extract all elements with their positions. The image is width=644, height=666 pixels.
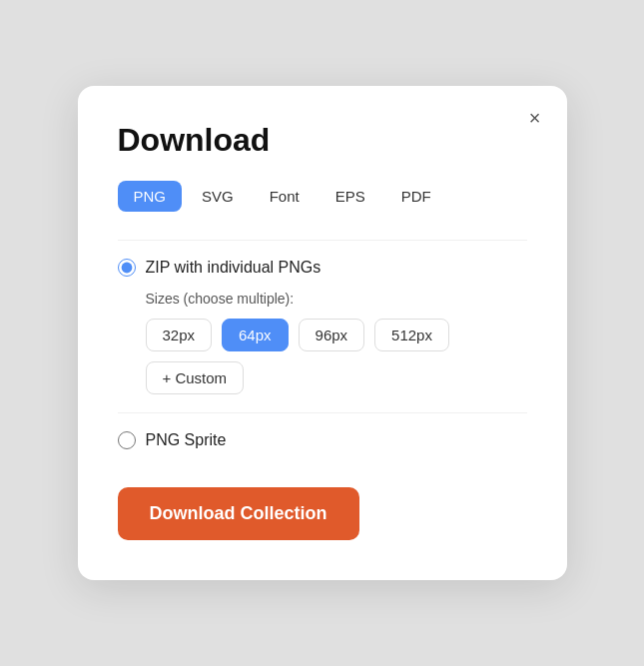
size-btn-64px[interactable]: 64px	[222, 319, 289, 351]
download-collection-button[interactable]: Download Collection	[118, 487, 359, 540]
zip-section: ZIP with individual PNGs Sizes (choose m…	[118, 240, 527, 412]
zip-option-row: ZIP with individual PNGs	[118, 259, 527, 277]
zip-radio[interactable]	[118, 259, 136, 277]
tab-pdf[interactable]: PDF	[385, 181, 447, 212]
format-tabs: PNG SVG Font EPS PDF	[118, 181, 527, 212]
size-btn-32px[interactable]: 32px	[146, 319, 213, 351]
tab-font[interactable]: Font	[254, 181, 316, 212]
tab-svg[interactable]: SVG	[186, 181, 250, 212]
size-btn-96px[interactable]: 96px	[299, 319, 365, 351]
size-btn-512px[interactable]: 512px	[374, 319, 449, 351]
tab-png[interactable]: PNG	[118, 181, 183, 212]
modal-title: Download	[118, 122, 527, 159]
download-modal: × Download PNG SVG Font EPS PDF ZIP with…	[78, 86, 567, 580]
tab-eps[interactable]: EPS	[320, 181, 381, 212]
sprite-option-label: PNG Sprite	[146, 431, 227, 449]
close-icon: ×	[529, 107, 541, 129]
sprite-option-row: PNG Sprite	[118, 431, 527, 449]
sizes-label: Sizes (choose multiple):	[146, 291, 527, 307]
zip-option-label: ZIP with individual PNGs	[146, 259, 322, 277]
custom-size-button[interactable]: + Custom	[146, 361, 245, 394]
close-button[interactable]: ×	[525, 104, 545, 132]
sizes-row: 32px 64px 96px 512px + Custom	[146, 319, 527, 394]
sprite-section: PNG Sprite	[118, 412, 527, 449]
sprite-radio[interactable]	[118, 431, 136, 449]
